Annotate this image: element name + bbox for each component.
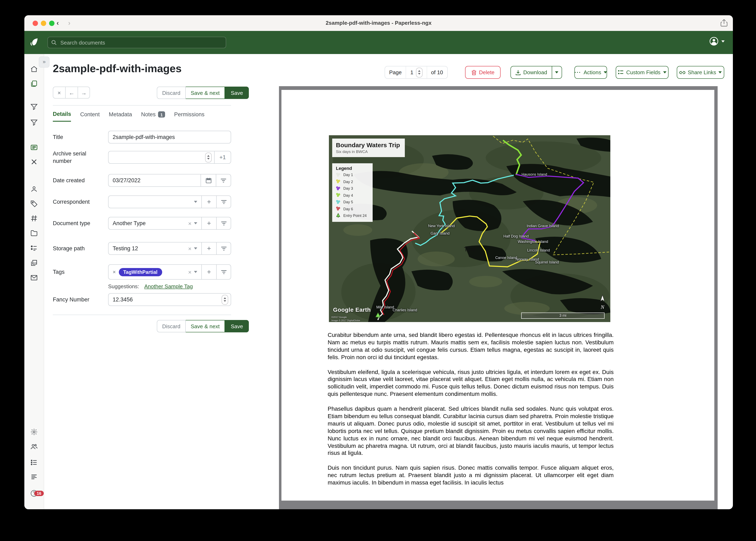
- storage-path-suggestions-button[interactable]: [217, 242, 231, 255]
- sidebar-item-custom-fields[interactable]: [30, 244, 38, 252]
- add-tag-button[interactable]: +: [202, 264, 217, 279]
- tag-chip[interactable]: TagWithPartial: [119, 268, 162, 276]
- pdf-preview-frame[interactable]: Hausons IslandNew York IslandGary Island…: [279, 86, 718, 509]
- clear-icon[interactable]: ×: [188, 269, 191, 275]
- sidebar-item-mail[interactable]: [30, 274, 38, 281]
- share-links-button[interactable]: Share Links: [677, 66, 724, 79]
- paperless-logo-icon[interactable]: [29, 37, 40, 50]
- actions-button[interactable]: ··· Actions: [574, 66, 607, 79]
- sidebar-item-saved-view-1[interactable]: [30, 103, 38, 111]
- storage-path-select[interactable]: Testing 12×: [108, 242, 202, 255]
- save-button[interactable]: Save: [225, 87, 249, 99]
- clear-icon[interactable]: ×: [188, 245, 191, 252]
- custom-fields-button[interactable]: Custom Fields: [616, 66, 669, 79]
- legend-item: Day 4: [336, 193, 367, 198]
- map-island-label: Gary Island: [431, 231, 450, 236]
- legend-swatch-icon: [336, 186, 340, 191]
- filter-icon: [221, 199, 227, 204]
- map-title-box: Boundary Waters Trip Six days in BWCA: [332, 139, 405, 157]
- add-storage-path-button[interactable]: +: [202, 242, 217, 255]
- page-stepper[interactable]: [416, 67, 422, 77]
- page-total: of 10: [427, 66, 447, 78]
- correspondent-select[interactable]: [108, 196, 202, 208]
- add-document-type-button[interactable]: +: [202, 217, 217, 230]
- previous-document-button[interactable]: ←: [65, 87, 78, 99]
- download-button[interactable]: Download: [510, 66, 552, 79]
- date-created-label: Date created: [53, 177, 85, 184]
- share-icon[interactable]: [721, 19, 728, 28]
- document-type-select[interactable]: Another Type×: [108, 217, 202, 230]
- tab-details[interactable]: Details: [53, 111, 71, 122]
- save-button-bottom[interactable]: Save: [225, 320, 249, 332]
- calendar-icon: [205, 177, 211, 184]
- legend-swatch-icon: [336, 179, 340, 184]
- tab-metadata[interactable]: Metadata: [109, 111, 132, 122]
- asn-field-row: +1: [108, 151, 231, 164]
- asn-input[interactable]: [109, 154, 205, 161]
- tag-suggestions: Suggestions: Another Sample Tag: [108, 282, 193, 290]
- edit-actions-top: Discard Save & next Save: [157, 87, 249, 99]
- close-document-button[interactable]: ×: [53, 87, 65, 99]
- map-island-label: Charlies Island: [393, 308, 417, 312]
- map-island-label: Indian Grave Island: [527, 224, 559, 228]
- tags-suggestions-button[interactable]: [217, 264, 231, 279]
- sidebar-item-documents[interactable]: [30, 80, 38, 87]
- delete-button[interactable]: Delete: [465, 66, 501, 79]
- expand-sidebar-button[interactable]: »: [39, 57, 50, 68]
- trash-icon: [471, 70, 476, 75]
- fancy-number-input[interactable]: [109, 296, 222, 303]
- fancy-number-stepper[interactable]: [222, 294, 228, 304]
- discard-button-bottom[interactable]: Discard: [157, 320, 186, 332]
- title-input[interactable]: [109, 134, 231, 140]
- chevron-down-icon: [721, 40, 725, 42]
- asn-label: Archive serial number: [53, 150, 98, 165]
- legend-item: Day 3: [336, 186, 367, 191]
- page-label: Page: [385, 66, 406, 78]
- suggested-tag-link[interactable]: Another Sample Tag: [144, 283, 193, 289]
- sidebar-item-open-document[interactable]: [30, 144, 38, 151]
- sidebar-item-tags[interactable]: [30, 200, 38, 208]
- page-input-cell[interactable]: 1: [406, 66, 427, 78]
- legend-title: Legend: [336, 166, 367, 171]
- map-annotation: Text: [464, 246, 475, 253]
- asn-stepper[interactable]: [205, 152, 212, 162]
- save-and-next-button-bottom[interactable]: Save & next: [186, 320, 225, 332]
- map-island-label: Washington Island: [518, 240, 548, 244]
- save-and-next-button[interactable]: Save & next: [186, 87, 225, 99]
- sidebar-item-logs[interactable]: [30, 473, 38, 481]
- date-suggestions-button[interactable]: [216, 174, 231, 187]
- tab-content[interactable]: Content: [80, 111, 100, 122]
- next-document-button[interactable]: →: [78, 87, 90, 99]
- clear-icon[interactable]: ×: [188, 220, 191, 227]
- discard-button[interactable]: Discard: [157, 87, 186, 99]
- user-menu[interactable]: [709, 37, 725, 46]
- sidebar-item-users-groups[interactable]: [30, 443, 38, 451]
- correspondent-suggestions-button[interactable]: [217, 196, 231, 208]
- calendar-button[interactable]: [201, 174, 216, 187]
- close-open-document-icon[interactable]: [31, 159, 37, 165]
- search-input[interactable]: [59, 39, 222, 46]
- sidebar-item-storage-paths[interactable]: [30, 229, 38, 237]
- legend-label: Day 6: [343, 207, 353, 211]
- date-created-input[interactable]: [109, 177, 201, 184]
- fancy-number-row: [108, 293, 231, 306]
- map-island-label: Squirrel Island: [535, 260, 559, 264]
- sidebar-item-tasks[interactable]: [30, 458, 38, 466]
- sidebar-item-dashboard[interactable]: [30, 65, 38, 73]
- sidebar-item-workflows[interactable]: [30, 259, 38, 267]
- sidebar-item-settings[interactable]: [30, 428, 38, 436]
- download-options-button[interactable]: [552, 66, 562, 79]
- tags-select[interactable]: × TagWithPartial ×: [108, 264, 202, 279]
- tab-notes[interactable]: Notes1: [141, 111, 165, 122]
- asn-plus-one-button[interactable]: +1: [215, 151, 231, 164]
- sidebar-item-document-types[interactable]: [30, 215, 38, 222]
- compass-icon: N: [598, 295, 607, 310]
- sidebar-item-saved-view-2[interactable]: [30, 118, 38, 126]
- tab-permissions[interactable]: Permissions: [174, 111, 204, 122]
- remove-tag-icon[interactable]: ×: [113, 269, 116, 275]
- document-type-suggestions-button[interactable]: [217, 217, 231, 230]
- page-navigator: Page 1 of 10: [385, 66, 448, 79]
- chevron-down-icon: [663, 71, 666, 73]
- add-correspondent-button[interactable]: +: [202, 196, 217, 208]
- sidebar-item-correspondents[interactable]: [30, 185, 38, 193]
